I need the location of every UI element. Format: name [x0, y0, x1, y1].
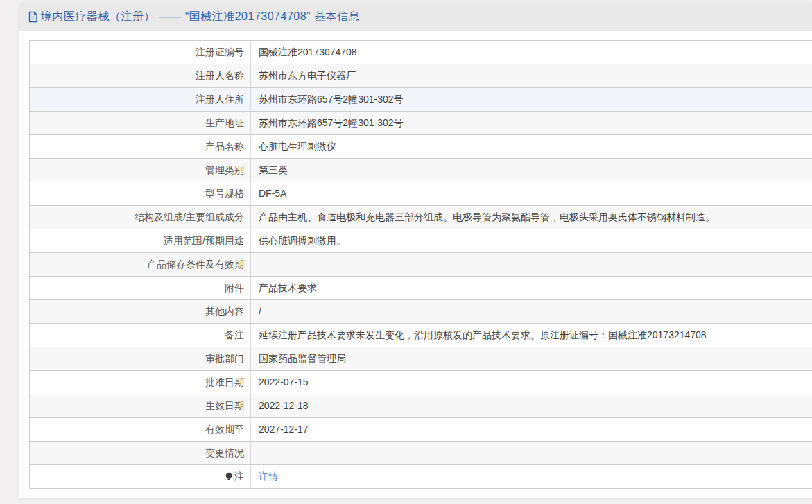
content-panel: 境内医疗器械（注册） —— “国械注准20173074708” 基本信息 注册证…: [19, 3, 812, 498]
table-row: 产品名称 心脏电生理刺激仪: [30, 135, 812, 159]
row-value: 产品由主机、食道电极和充电器三部分组成。电极导管为聚氨酯导管，电极头采用奥氏体不…: [251, 206, 812, 229]
row-label: 有效期至: [30, 418, 251, 441]
row-value: [251, 442, 812, 464]
row-value: [251, 253, 812, 276]
row-label: 生产地址: [30, 112, 251, 134]
row-value: 心脏电生理刺激仪: [251, 135, 812, 158]
row-label: 审批部门: [30, 347, 251, 370]
row-label: 变更情况: [30, 442, 251, 464]
row-value: 产品技术要求: [251, 277, 812, 299]
row-label: 其他内容: [30, 300, 251, 323]
row-label: 备注: [30, 324, 251, 347]
row-label: 批准日期: [30, 371, 251, 394]
table-row: 其他内容 /: [30, 300, 812, 324]
row-value: 供心脏调搏刺激用。: [251, 229, 812, 252]
row-value: 苏州市东环路657号2幢301-302号: [251, 112, 812, 134]
row-label: 适用范围/预期用途: [30, 229, 251, 252]
row-label: 注册证编号: [30, 41, 251, 64]
table-row: 注册证编号 国械注准20173074708: [30, 41, 812, 64]
table-row: 有效期至 2027-12-17: [30, 418, 812, 442]
row-value: 国械注准20173074708: [251, 41, 812, 64]
row-value: 第三类: [251, 159, 812, 182]
row-value: DF-5A: [251, 182, 812, 205]
table-row: 备注 延续注册产品技术要求未发生变化，沿用原核发的产品技术要求。原注册证编号：国…: [30, 324, 812, 347]
table-row: 附件 产品技术要求: [30, 277, 812, 300]
note-label: 注: [234, 465, 244, 488]
page-title: 境内医疗器械（注册） —— “国械注准20173074708” 基本信息: [41, 10, 360, 24]
row-value: 苏州市东环路657号2幢301-302号: [251, 88, 812, 111]
row-value: 国家药品监督管理局: [251, 347, 812, 370]
table-row: 审批部门 国家药品监督管理局: [30, 347, 812, 371]
table-row: 型号规格 DF-5A: [30, 182, 812, 206]
row-value: 2022-12-18: [251, 394, 812, 417]
row-value: 延续注册产品技术要求未发生变化，沿用原核发的产品技术要求。原注册证编号：国械注准…: [251, 324, 812, 347]
table-row: 适用范围/预期用途 供心脏调搏刺激用。: [30, 229, 812, 253]
row-value: 详情: [251, 465, 812, 488]
table-row: 结构及组成/主要组成成分 产品由主机、食道电极和充电器三部分组成。电极导管为聚氨…: [30, 206, 812, 229]
table-row: 生效日期 2022-12-18: [30, 394, 812, 418]
row-value: 2027-12-17: [251, 418, 812, 441]
table-row: 管理类别 第三类: [30, 159, 812, 182]
registration-table: 注册证编号 国械注准20173074708 注册人名称 苏州市东方电子仪器厂 注…: [29, 40, 812, 489]
table-row: 变更情况: [30, 442, 812, 465]
row-label: 附件: [30, 277, 251, 299]
row-label: 注: [30, 465, 251, 488]
table-row: 产品储存条件及有效期: [30, 253, 812, 277]
row-value: 苏州市东方电子仪器厂: [251, 64, 812, 87]
table-row: 注册人住所 苏州市东环路657号2幢301-302号: [30, 88, 812, 112]
row-label: 生效日期: [30, 394, 251, 417]
table-row-note: 注 详情: [30, 465, 812, 489]
row-label: 型号规格: [30, 182, 251, 205]
title-bar: 境内医疗器械（注册） —— “国械注准20173074708” 基本信息: [19, 3, 812, 31]
row-label: 管理类别: [30, 159, 251, 182]
bulb-icon: [225, 472, 233, 481]
table-row: 批准日期 2022-07-15: [30, 371, 812, 394]
document-icon: [28, 11, 38, 23]
row-label: 产品储存条件及有效期: [30, 253, 251, 276]
row-label: 注册人名称: [30, 64, 251, 87]
row-value: /: [251, 300, 812, 323]
table-row: 注册人名称 苏州市东方电子仪器厂: [30, 64, 812, 88]
table-row: 生产地址 苏州市东环路657号2幢301-302号: [30, 112, 812, 135]
row-label: 结构及组成/主要组成成分: [30, 206, 251, 229]
row-label: 产品名称: [30, 135, 251, 158]
detail-link[interactable]: 详情: [259, 471, 278, 482]
row-value: 2022-07-15: [251, 371, 812, 394]
row-label: 注册人住所: [30, 88, 251, 111]
